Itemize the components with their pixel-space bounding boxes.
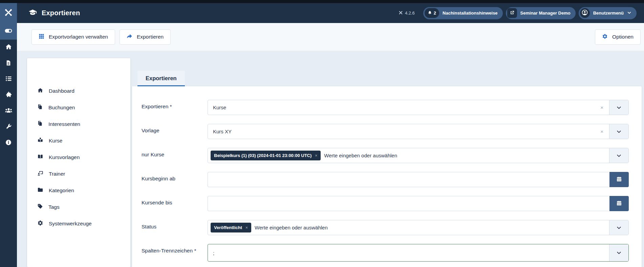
menu-item-interessenten[interactable]: Interessenten [27, 116, 130, 132]
remove-chip-icon[interactable]: × [315, 153, 317, 158]
options-button[interactable]: Optionen [595, 29, 641, 45]
puzzle-icon [5, 91, 12, 99]
kursbeginn-calendar-button[interactable] [609, 172, 629, 187]
remove-chip-icon[interactable]: × [245, 225, 248, 230]
tab-exportieren[interactable]: Exportieren [137, 71, 185, 86]
copy-icon [37, 104, 43, 111]
chip-label: Veröffentlicht [214, 225, 242, 230]
graduation-cap-icon [28, 8, 37, 18]
list-icon [5, 75, 12, 84]
chevron-down-icon [627, 10, 631, 16]
selected-value-chip: Beispielkurs (1) (03) (2024-01-01 23:00:… [211, 151, 321, 160]
status-multiselect[interactable]: Veröffentlicht × Werte eingeben oder aus… [208, 220, 629, 235]
user-menu-label: Benutzermenü [593, 10, 624, 16]
grid-icon [39, 34, 44, 41]
form-row-kursende: Kursende bis [142, 196, 629, 211]
user-badge [580, 8, 590, 18]
menu-item-label: Buchungen [48, 105, 75, 111]
book-open-icon [37, 154, 43, 161]
menu-item-kategorien[interactable]: Kategorien [27, 182, 130, 199]
export-button[interactable]: Exportieren [120, 29, 171, 45]
nur-kurse-multiselect[interactable]: Beispielkurs (1) (03) (2024-01-01 23:00:… [208, 148, 629, 163]
trennzeichen-combobox[interactable] [208, 244, 629, 262]
copy-icon [37, 120, 43, 128]
form-row-kursbeginn: Kursbeginn ab [142, 172, 629, 187]
selected-value: Kurse [208, 100, 600, 115]
dropdown-toggle[interactable] [609, 220, 628, 235]
form-row-nur-kurse: nur Kurse Beispielkurs (1) (03) (2024-01… [142, 148, 629, 163]
menu-item-label: Dashboard [49, 88, 74, 94]
clear-selection-icon[interactable]: × [600, 105, 603, 110]
site-preview-label: Seminar Manager Demo [520, 10, 571, 16]
rail-users[interactable] [0, 103, 17, 119]
rail-content[interactable] [0, 55, 17, 71]
external-link-badge [507, 8, 517, 18]
external-link-icon [510, 10, 514, 16]
chevron-down-icon [616, 129, 622, 134]
field-label: Kursende bis [142, 196, 208, 211]
field-label: Spalten-Trennzeichen * [142, 244, 208, 262]
export-button-label: Exportieren [137, 34, 164, 40]
menu-item-label: Kursvorlagen [49, 154, 80, 160]
dropdown-toggle[interactable] [609, 124, 628, 139]
site-preview-button[interactable]: Seminar Manager Demo [506, 7, 576, 19]
post-install-messages-button[interactable]: 2 Nachinstallationshinweise [423, 7, 503, 19]
manage-export-templates-button[interactable]: Exportvorlagen verwalten [31, 29, 115, 45]
messages-count: 2 [434, 10, 436, 16]
menu-item-kursvorlagen[interactable]: Kursvorlagen [27, 149, 130, 165]
chevron-down-icon [616, 250, 622, 255]
messages-label: Nachinstallationshinweise [443, 10, 498, 16]
rail-menus[interactable] [0, 71, 17, 87]
kursende-calendar-button[interactable] [609, 196, 629, 211]
menu-item-dashboard[interactable]: Dashboard [27, 83, 130, 99]
menu-item-label: Trainer [49, 171, 65, 177]
home-icon [5, 43, 12, 52]
rail-system[interactable] [0, 119, 17, 135]
multiselect-placeholder: Werte eingeben oder auswählen [324, 153, 397, 158]
chevron-down-icon [616, 225, 622, 230]
menu-item-systemwerkzeuge[interactable]: Systemwerkzeuge [27, 215, 130, 232]
menu-item-label: Systemwerkzeuge [49, 221, 92, 227]
kursende-input[interactable] [208, 196, 609, 211]
info-circle-icon [5, 139, 12, 147]
joomla-mini-icon [399, 10, 403, 16]
joomla-logo-icon [4, 8, 13, 18]
rail-menu-toggle[interactable] [0, 23, 17, 40]
menu-item-label: Tags [48, 204, 60, 210]
menu-item-trainer[interactable]: Trainer [27, 165, 130, 182]
rail-info[interactable] [0, 135, 17, 151]
vorlage-select[interactable]: Kurs XY × [208, 124, 629, 139]
joomla-logo [0, 3, 17, 23]
main-content: Exportieren Exportieren * Kurse × [132, 58, 642, 267]
form-row-exportieren: Exportieren * Kurse × [142, 100, 629, 115]
rail-components[interactable] [0, 87, 17, 103]
menu-item-kurse[interactable]: Kurse [27, 132, 130, 149]
dropdown-toggle[interactable] [609, 148, 628, 163]
toggle-on-icon [4, 27, 13, 36]
menu-item-label: Interessenten [48, 121, 80, 127]
field-label: Kursbeginn ab [142, 172, 208, 187]
kursbeginn-input[interactable] [208, 172, 609, 187]
topbar-right: 4.2.6 2 Nachinstallationshinweise Semina [399, 3, 644, 23]
dropdown-toggle[interactable] [609, 244, 628, 261]
user-circle-icon [581, 9, 588, 17]
multiselect-placeholder: Werte eingeben oder auswählen [255, 225, 328, 230]
options-button-label: Optionen [612, 34, 634, 40]
export-form-panel: Exportieren * Kurse × [132, 86, 642, 267]
field-label: Status [142, 220, 208, 235]
tag-icon [37, 203, 43, 210]
dropdown-toggle[interactable] [609, 100, 628, 115]
window-top-strip [0, 0, 644, 3]
user-menu-button[interactable]: Benutzermenü [579, 7, 637, 19]
menu-item-buchungen[interactable]: Buchungen [27, 99, 130, 116]
toolbar: Exportvorlagen verwalten Exportieren Opt… [17, 23, 644, 51]
folder-icon [37, 187, 43, 194]
trennzeichen-input[interactable] [208, 244, 609, 261]
exportieren-select[interactable]: Kurse × [208, 100, 629, 115]
messages-badge: 2 [425, 8, 439, 18]
wrench-icon [5, 123, 12, 131]
rail-home[interactable] [0, 40, 17, 55]
clear-selection-icon[interactable]: × [600, 129, 603, 134]
menu-item-tags[interactable]: Tags [27, 199, 130, 215]
field-label: Vorlage [142, 124, 208, 139]
